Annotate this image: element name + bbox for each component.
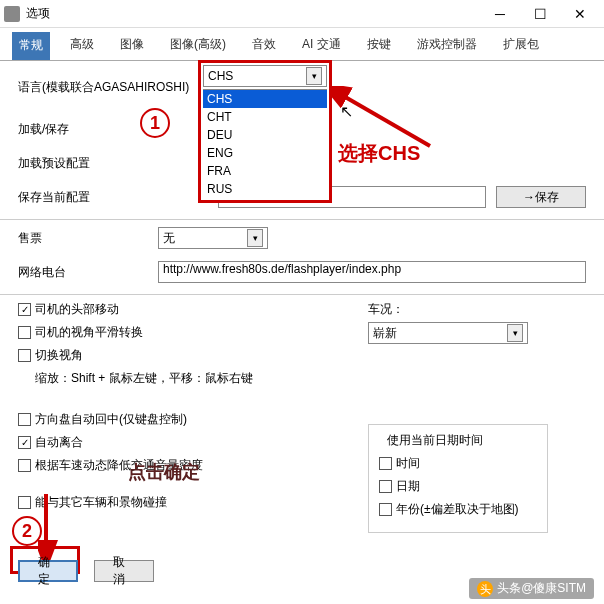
cursor-icon: ↖ (340, 102, 353, 121)
cb-date[interactable]: 日期 (379, 478, 537, 495)
app-icon (4, 6, 20, 22)
ok-button[interactable]: 确定 (18, 560, 78, 582)
lang-option-rus[interactable]: RUS (203, 180, 327, 198)
condition-label: 车况： (368, 301, 586, 318)
ticket-label: 售票 (18, 230, 138, 247)
annotation-circle-1: 1 (140, 108, 170, 138)
lang-option-cht[interactable]: CHT (203, 108, 327, 126)
tab-addon[interactable]: 扩展包 (497, 32, 545, 60)
cancel-button[interactable]: 取消 (94, 560, 154, 582)
tab-image[interactable]: 图像 (114, 32, 150, 60)
annotation-select-chs: 选择CHS (338, 140, 420, 167)
ticket-combo[interactable]: 无 ▾ (158, 227, 268, 249)
save-button[interactable]: →保存 (496, 186, 586, 208)
cb-head-move[interactable]: ✓司机的头部移动 (18, 301, 338, 318)
cb-switch-view[interactable]: 切换视角 (18, 347, 338, 364)
tab-image-adv[interactable]: 图像(高级) (164, 32, 232, 60)
tab-general[interactable]: 常规 (12, 32, 50, 60)
language-label: 语言(模载联合AGASAHIROSHI) (18, 79, 198, 96)
tab-bar: 常规 高级 图像 图像(高级) 音效 AI 交通 按键 游戏控制器 扩展包 (0, 28, 604, 61)
window-title: 选项 (26, 5, 480, 22)
language-dropdown: CHS ▾ CHS CHT DEU ENG FRA RUS (198, 60, 332, 203)
tab-sound[interactable]: 音效 (246, 32, 282, 60)
minimize-button[interactable]: ─ (480, 1, 520, 27)
cb-time[interactable]: 时间 (379, 455, 537, 472)
watermark: 头 头条@傻康SITM (469, 578, 594, 599)
tab-ai[interactable]: AI 交通 (296, 32, 347, 60)
tab-keys[interactable]: 按键 (361, 32, 397, 60)
cb-year[interactable]: 年份(±偏差取决于地图) (379, 501, 537, 518)
maximize-button[interactable]: ☐ (520, 1, 560, 27)
radio-url-input[interactable]: http://www.fresh80s.de/flashplayer/index… (158, 261, 586, 283)
date-group-label: 使用当前日期时间 (383, 432, 487, 449)
load-preset-label: 加载预设配置 (18, 155, 138, 172)
chevron-down-icon: ▾ (247, 229, 263, 247)
annotation-circle-2: 2 (12, 516, 42, 546)
chevron-down-icon: ▾ (306, 67, 322, 85)
condition-combo[interactable]: 崭新 ▾ (368, 322, 528, 344)
tab-advanced[interactable]: 高级 (64, 32, 100, 60)
annotation-click-ok: 点击确定 (128, 460, 200, 484)
lang-option-deu[interactable]: DEU (203, 126, 327, 144)
condition-value: 崭新 (373, 325, 397, 342)
chevron-down-icon: ▾ (507, 324, 523, 342)
watermark-icon: 头 (477, 581, 493, 597)
cb-collision[interactable]: 能与其它车辆和景物碰撞 (18, 494, 338, 511)
language-list: CHS CHT DEU ENG FRA RUS (203, 89, 327, 198)
ticket-value: 无 (163, 230, 175, 247)
cb-auto-clutch[interactable]: ✓自动离合 (18, 434, 338, 451)
radio-label: 网络电台 (18, 264, 138, 281)
cb-wheel-center[interactable]: 方向盘自动回中(仅键盘控制) (18, 411, 338, 428)
cb-smooth-view[interactable]: 司机的视角平滑转换 (18, 324, 338, 341)
switch-view-hint: 缩放：Shift + 鼠标左键，平移：鼠标右键 (35, 370, 338, 387)
lang-option-chs[interactable]: CHS (203, 90, 327, 108)
lang-option-eng[interactable]: ENG (203, 144, 327, 162)
tab-controller[interactable]: 游戏控制器 (411, 32, 483, 60)
load-save-label: 加载/保存 (18, 121, 138, 138)
close-button[interactable]: ✕ (560, 1, 600, 27)
save-current-label: 保存当前配置 (18, 189, 138, 206)
lang-option-fra[interactable]: FRA (203, 162, 327, 180)
language-combo[interactable]: CHS ▾ (203, 65, 327, 87)
titlebar: 选项 ─ ☐ ✕ (0, 0, 604, 28)
